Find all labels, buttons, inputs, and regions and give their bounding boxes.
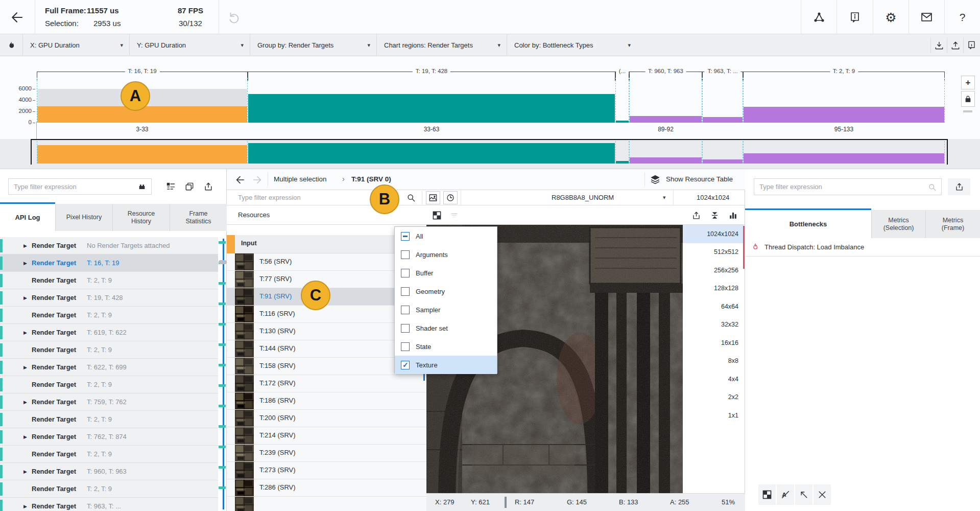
api-log-row[interactable]: ▶Render TargetT: 762, T: 874 xyxy=(0,428,218,446)
y-axis-dropdown[interactable]: Y: GPU Duration▾ xyxy=(129,34,250,56)
chart-bar-segment[interactable] xyxy=(248,94,615,123)
show-history-button[interactable] xyxy=(443,191,458,204)
api-log-filter-input[interactable]: Type filter expression xyxy=(8,178,152,195)
mip-list-scrollbar[interactable] xyxy=(743,226,745,269)
minimap-bar[interactable] xyxy=(703,159,743,164)
resource-row[interactable]: T:286 (SRV) xyxy=(227,479,426,497)
expand-arrow-icon[interactable]: ▶ xyxy=(23,400,27,405)
range-clamp-button[interactable] xyxy=(707,208,722,222)
mip-level-row[interactable]: 32x32 xyxy=(683,316,744,334)
settings-button[interactable]: ⚙ xyxy=(873,0,909,34)
chart-bar-segment[interactable] xyxy=(703,117,743,123)
resource-filter-input[interactable]: Type filter expression xyxy=(238,194,301,201)
chart-region-bracket[interactable]: T: 963, T: ... xyxy=(702,72,743,81)
api-log-row[interactable]: ▶Render TargetNo Render Targets attached xyxy=(0,237,218,254)
mip-level-row[interactable]: 8x8 xyxy=(683,352,744,370)
overlay-toggle-button[interactable] xyxy=(447,208,461,222)
lock-button[interactable] xyxy=(961,91,975,107)
export-log-button[interactable] xyxy=(201,179,216,194)
viewer-fit-button[interactable] xyxy=(795,484,812,505)
breadcrumb-root[interactable]: Multiple selection xyxy=(274,175,327,183)
api-log-row[interactable]: ▶Render TargetT: 960, T: 963 xyxy=(0,463,218,480)
mip-level-row[interactable]: 16x16 xyxy=(683,334,744,352)
chart-bar-segment[interactable] xyxy=(630,116,702,123)
api-log-row[interactable]: ▶Render TargetT: 16, T: 19 xyxy=(0,254,218,272)
tree-view-button[interactable] xyxy=(163,179,179,194)
expand-arrow-icon[interactable]: ▶ xyxy=(23,434,27,439)
minimap-bar[interactable] xyxy=(248,143,615,164)
frame-info-button[interactable] xyxy=(836,0,872,34)
resource-row[interactable]: T:186 (SRV) xyxy=(227,392,426,410)
resource-row[interactable]: T:273 (SRV) xyxy=(227,462,426,479)
tab-resource-history[interactable]: Resource History xyxy=(112,204,170,231)
checkbox-icon[interactable] xyxy=(401,324,410,333)
checkbox-icon[interactable] xyxy=(401,306,410,314)
filter-option-sampler[interactable]: Sampler xyxy=(395,300,497,319)
chart-region-bracket[interactable]: T: 16, T: 19 xyxy=(37,72,248,81)
api-log-row[interactable]: ▶Render TargetT: 759, T: 762 xyxy=(0,393,218,411)
chart-info-button[interactable] xyxy=(963,37,979,53)
chart-region-bracket[interactable]: T: 2, T: 9 xyxy=(743,72,945,81)
background-toggle-button[interactable] xyxy=(429,208,444,222)
filter-option-geometry[interactable]: Geometry xyxy=(395,282,497,300)
mip-level-row[interactable]: 1x1 xyxy=(683,406,744,425)
chart-regions-dropdown[interactable]: Chart regions: Render Targets▾ xyxy=(376,34,507,56)
resource-row[interactable]: T:214 (SRV) xyxy=(227,427,426,445)
chart-bar-segment[interactable] xyxy=(616,121,629,123)
metrics-filter-input[interactable]: Type filter expression xyxy=(754,178,942,195)
nav-back-button[interactable] xyxy=(233,173,247,187)
tab-metrics-selection[interactable]: Metrics (Selection) xyxy=(871,210,925,238)
resource-row[interactable]: T:172 (SRV) xyxy=(227,375,426,392)
api-log-row[interactable]: Render TargetT: 2, T: 9 xyxy=(0,272,218,289)
expand-arrow-icon[interactable]: ▶ xyxy=(23,295,27,300)
bottleneck-item[interactable]: Thread Dispatch: Load Imbalance xyxy=(745,238,980,257)
checkbox-icon[interactable] xyxy=(401,250,410,259)
chart-region-bracket[interactable]: (... xyxy=(615,72,629,81)
filter-option-arguments[interactable]: Arguments xyxy=(395,245,497,264)
tab-metrics-frame[interactable]: Metrics (Frame) xyxy=(925,210,980,238)
tab-pixel-history[interactable]: Pixel History xyxy=(55,204,112,231)
expand-arrow-icon[interactable]: ▶ xyxy=(23,504,27,509)
tab-api-log[interactable]: API Log xyxy=(0,202,55,231)
chart-minimap[interactable] xyxy=(0,139,980,169)
zoom-in-button[interactable]: + xyxy=(961,76,975,89)
copy-log-button[interactable] xyxy=(182,179,197,194)
minimap-bar[interactable] xyxy=(630,157,702,164)
resource-row[interactable] xyxy=(227,497,426,511)
mip-level-row[interactable]: 2x2 xyxy=(683,388,744,407)
export-chart-button[interactable] xyxy=(947,37,963,53)
chart-region-bracket[interactable]: T: 19, T: 428 xyxy=(248,72,615,81)
expand-arrow-icon[interactable]: ▶ xyxy=(23,330,27,335)
help-button[interactable]: ? xyxy=(944,0,980,34)
back-button[interactable] xyxy=(5,7,29,28)
api-log-row[interactable]: ▶Render TargetT: 963, T: ... xyxy=(0,498,218,511)
hotspot-mode-button[interactable] xyxy=(3,38,19,53)
expand-arrow-icon[interactable]: ▶ xyxy=(23,469,27,474)
x-axis-dropdown[interactable]: X: GPU Duration▾ xyxy=(22,34,129,56)
histogram-button[interactable] xyxy=(726,208,740,222)
api-log-row[interactable]: Render TargetT: 2, T: 9 xyxy=(0,307,218,324)
nav-forward-button[interactable] xyxy=(250,173,265,187)
undo-button[interactable] xyxy=(224,7,244,28)
mip-level-row[interactable]: 128x128 xyxy=(683,280,744,298)
filter-option-buffer[interactable]: Buffer xyxy=(395,264,497,282)
show-resource-table-button[interactable] xyxy=(649,173,662,187)
checkbox-icon[interactable] xyxy=(401,287,410,296)
search-button[interactable] xyxy=(404,191,418,204)
feedback-button[interactable] xyxy=(909,0,944,34)
minimap-bar[interactable] xyxy=(744,153,944,164)
api-log-row[interactable]: Render TargetT: 2, T: 9 xyxy=(0,341,218,359)
api-log-row[interactable]: Render TargetT: 2, T: 9 xyxy=(0,480,218,498)
checkbox-icon[interactable] xyxy=(401,361,410,369)
show-image-button[interactable] xyxy=(426,191,440,204)
profile-button[interactable] xyxy=(801,0,836,34)
mip-level-row[interactable]: 1024x1024 xyxy=(683,225,744,243)
expand-arrow-icon[interactable]: ▶ xyxy=(23,261,27,266)
api-log-row[interactable]: ▶Render TargetT: 19, T: 428 xyxy=(0,289,218,307)
show-resource-table-label[interactable]: Show Resource Table xyxy=(666,175,733,183)
color-by-dropdown[interactable]: Color by: Bottleneck Types▾ xyxy=(507,34,637,56)
api-log-row[interactable]: ▶Render TargetT: 622, T: 699 xyxy=(0,359,218,376)
minimap-bar[interactable] xyxy=(37,145,247,164)
chevron-down-icon[interactable]: ▾ xyxy=(663,194,666,201)
format-dropdown[interactable]: R8G8B8A8_UNORM xyxy=(552,194,614,201)
